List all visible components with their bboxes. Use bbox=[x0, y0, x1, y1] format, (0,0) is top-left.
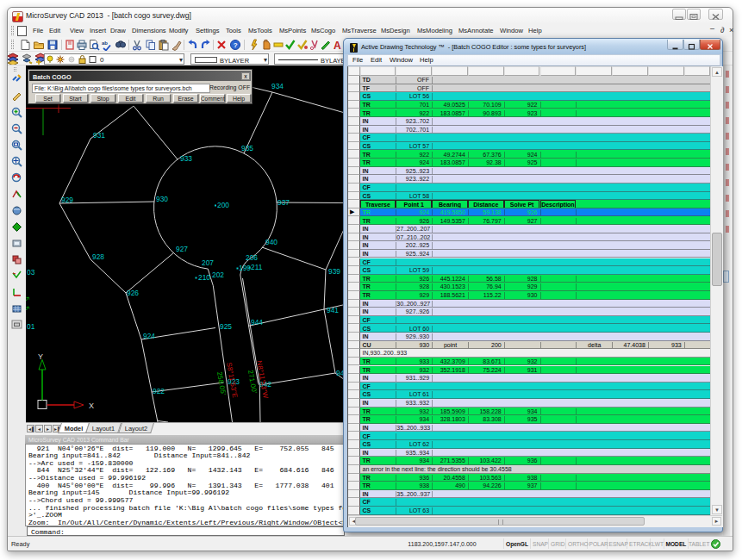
svg-text:207: 207 bbox=[202, 258, 214, 267]
svg-text:929: 929 bbox=[61, 196, 73, 204]
svg-text:03: 03 bbox=[27, 268, 35, 277]
svg-text:5: 5 bbox=[26, 296, 31, 302]
svg-text:0: 0 bbox=[100, 56, 104, 64]
svg-text:925: 925 bbox=[220, 322, 232, 331]
svg-text:926: 926 bbox=[127, 289, 139, 297]
svg-text:?: ? bbox=[234, 41, 238, 49]
svg-text:934: 934 bbox=[271, 82, 284, 90]
svg-text:940: 940 bbox=[265, 238, 277, 246]
svg-text:939: 939 bbox=[328, 267, 340, 276]
svg-text:928: 928 bbox=[92, 252, 104, 261]
svg-text:935: 935 bbox=[241, 144, 253, 152]
svg-text:5: 5 bbox=[26, 306, 31, 311]
svg-text:924: 924 bbox=[143, 332, 155, 340]
svg-text:933: 933 bbox=[180, 154, 192, 163]
svg-text:927: 927 bbox=[176, 245, 188, 253]
svg-text:930: 930 bbox=[156, 195, 168, 203]
svg-text:200: 200 bbox=[217, 201, 229, 209]
svg-text:01: 01 bbox=[27, 322, 35, 331]
svg-text:X: X bbox=[89, 401, 94, 410]
svg-text:ab: ab bbox=[102, 40, 108, 46]
svg-text:931: 931 bbox=[93, 131, 105, 140]
svg-text:922: 922 bbox=[153, 387, 165, 395]
svg-text:211: 211 bbox=[251, 263, 263, 271]
svg-text:Y: Y bbox=[38, 352, 43, 361]
svg-text:210: 210 bbox=[198, 273, 210, 282]
svg-text:A: A bbox=[334, 40, 341, 51]
svg-text:941: 941 bbox=[327, 306, 339, 314]
svg-text:202: 202 bbox=[212, 271, 224, 279]
svg-text:944: 944 bbox=[251, 318, 263, 327]
svg-text:937: 937 bbox=[277, 198, 290, 207]
svg-text:206: 206 bbox=[246, 253, 258, 262]
